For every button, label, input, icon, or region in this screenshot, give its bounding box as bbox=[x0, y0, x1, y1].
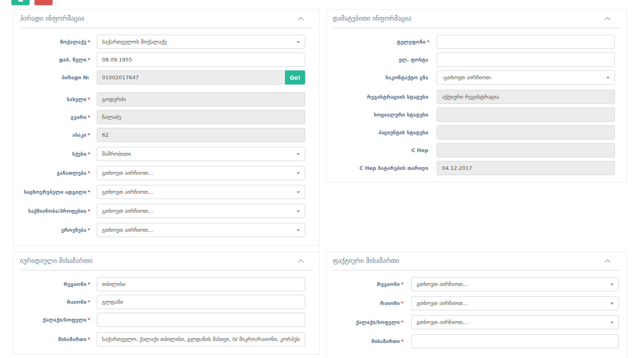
selected-value: გთხოვთ აირჩიოთ... bbox=[417, 281, 468, 287]
panel-body: რეგიონი* გთხოვთ აირჩიოთ... რაიონი* გთხოვ… bbox=[327, 271, 626, 348]
field-label: რეგიონი bbox=[377, 281, 400, 287]
address-input[interactable] bbox=[97, 332, 305, 346]
field-region: რეგიონი* bbox=[14, 277, 319, 291]
field-label: რაიონი bbox=[380, 300, 400, 306]
gender-select[interactable]: მამრობითი bbox=[97, 147, 305, 161]
field-phone: ტელეფონი* bbox=[327, 35, 626, 49]
patient-status-input bbox=[437, 125, 615, 140]
required-asterisk: * bbox=[87, 227, 90, 233]
city-village-input[interactable] bbox=[97, 313, 305, 327]
panel-header: დამატებითი ინფორმაცია bbox=[333, 10, 620, 28]
occupation-select[interactable]: გთხოვთ აირჩიოთ... bbox=[97, 204, 305, 218]
required-asterisk: * bbox=[87, 39, 90, 45]
selected-value: მამრობითი bbox=[102, 151, 131, 157]
personal-number-input bbox=[97, 70, 285, 85]
field-label: ეროვნება bbox=[61, 227, 86, 233]
education-select[interactable]: გთხოვთ აირჩიოთ... bbox=[97, 166, 305, 180]
contact-way-select[interactable]: -გთხოვთ აირჩიოთ- bbox=[437, 70, 615, 85]
required-asterisk: * bbox=[87, 114, 90, 120]
field-last-name: გვარი* bbox=[14, 110, 319, 124]
selected-value: გთხოვთ აირჩიოთ... bbox=[417, 300, 468, 306]
field-label: მისამართი bbox=[372, 338, 400, 344]
required-asterisk: * bbox=[401, 281, 404, 287]
field-label: საკონტაქტო გზა bbox=[385, 74, 428, 80]
field-city-village: ქალაქი/სოფელი* bbox=[14, 313, 319, 327]
field-address: მისამართი* bbox=[14, 332, 319, 346]
selected-value: -გთხოვთ აირჩიოთ- bbox=[442, 74, 492, 80]
collapse-panel-button[interactable] bbox=[295, 258, 306, 263]
panel-title: პირადი ინფორმაცია bbox=[20, 15, 84, 22]
field-residence: საცხოვრებელი ადგილი* გთხოვთ აირჩიოთ... bbox=[14, 185, 319, 199]
field-label: პირადი № bbox=[62, 74, 89, 80]
collapse-panel-button[interactable] bbox=[602, 258, 613, 263]
panel-header: ფაქტიური მისამართი bbox=[333, 252, 620, 271]
registration-status-input bbox=[437, 90, 615, 104]
chevron-up-icon bbox=[298, 259, 304, 263]
field-social-status: სოციალური სტატუსი bbox=[327, 108, 626, 122]
caret-down-icon bbox=[297, 41, 300, 43]
field-city-village: ქალაქი/სოფელი* გთხოვთ აირჩიოთ... bbox=[327, 315, 626, 329]
panel-body: მოქალაქე* საქართველოს მოქალაქე დაბ. წელი… bbox=[14, 28, 319, 237]
field-contact-way: საკონტაქტო გზა -გთხოვთ აირჩიოთ- bbox=[327, 70, 626, 85]
required-asterisk: * bbox=[87, 336, 90, 342]
panel-body: ტელეფონი* ელ. ფოსტა საკონტაქტო გზა -გთხო… bbox=[327, 28, 626, 175]
c-hep-input bbox=[437, 143, 615, 157]
selected-value: გთხოვთ აირჩიოთ... bbox=[102, 170, 153, 176]
panel-legal-address: იურიდიული მისამართი რეგიონი* რაიონი* ქალ… bbox=[13, 252, 320, 355]
region-input[interactable] bbox=[97, 277, 305, 291]
caret-down-icon bbox=[297, 153, 300, 155]
age-input bbox=[97, 128, 305, 142]
field-occupation: საქმიანობა/პროფესია* გთხოვთ აირჩიოთ... bbox=[14, 204, 319, 218]
field-patient-status: პაციენტის სტატუსი bbox=[327, 125, 626, 140]
field-label: სახელი bbox=[67, 96, 87, 102]
required-asterisk: * bbox=[87, 281, 90, 287]
field-label: სქესი bbox=[72, 151, 86, 157]
go-button[interactable]: Go! bbox=[285, 70, 305, 85]
field-label: რეგისტრაციის სტატუსი bbox=[367, 94, 428, 100]
panel-header: იურიდიული მისამართი bbox=[20, 252, 313, 271]
last-name-input bbox=[97, 110, 305, 124]
panel-title: დამატებითი ინფორმაცია bbox=[333, 15, 411, 22]
field-label: ელ. ფოსტა bbox=[399, 57, 428, 63]
chevron-up-icon bbox=[605, 17, 610, 20]
collapse-panel-button[interactable] bbox=[602, 16, 613, 21]
district-input[interactable] bbox=[97, 295, 305, 309]
birth-date-input[interactable] bbox=[97, 53, 305, 67]
field-district: რაიონი* გთხოვთ აირჩიოთ... bbox=[327, 296, 626, 310]
city-village-select[interactable]: გთხოვთ აირჩიოთ... bbox=[411, 315, 619, 329]
field-nationality: ეროვნება* გთხოვთ აირჩიოთ... bbox=[14, 223, 319, 237]
collapse-panel-button[interactable] bbox=[295, 16, 306, 21]
required-asterisk: * bbox=[427, 39, 429, 45]
delete-button[interactable] bbox=[34, 0, 53, 5]
field-personal-number: პირადი № Go! bbox=[14, 70, 319, 85]
field-address: მისამართი* bbox=[327, 334, 626, 348]
c-hep-date-input bbox=[437, 161, 615, 175]
field-label: სოციალური სტატუსი bbox=[374, 112, 428, 118]
chevron-up-icon bbox=[605, 259, 610, 263]
panel-header: პირადი ინფორმაცია bbox=[20, 10, 313, 28]
field-label: C Hep bbox=[412, 147, 428, 153]
required-asterisk: * bbox=[87, 96, 90, 102]
save-button[interactable] bbox=[11, 0, 30, 5]
address-input[interactable] bbox=[411, 334, 619, 348]
selected-value: გთხოვთ აირჩიოთ... bbox=[102, 208, 153, 214]
citizen-select[interactable]: საქართველოს მოქალაქე bbox=[97, 35, 305, 49]
residence-select[interactable]: გთხოვთ აირჩიოთ... bbox=[97, 185, 305, 199]
nationality-select[interactable]: გთხოვთ აირჩიოთ... bbox=[97, 223, 305, 237]
email-input[interactable] bbox=[437, 53, 615, 67]
field-email: ელ. ფოსტა bbox=[327, 53, 626, 67]
field-birth-date: დაბ. წელი* bbox=[14, 53, 319, 67]
phone-input[interactable] bbox=[437, 35, 615, 49]
caret-down-icon bbox=[610, 322, 614, 324]
district-select[interactable]: გთხოვთ აირჩიოთ... bbox=[411, 296, 619, 310]
selected-value: გთხოვთ აირჩიოთ... bbox=[417, 319, 468, 325]
caret-down-icon bbox=[297, 229, 300, 231]
field-label: მოქალაქე bbox=[60, 39, 86, 45]
selected-value: გთხოვთ აირჩიოთ... bbox=[102, 227, 153, 233]
field-label: დაბ. წელი bbox=[59, 57, 87, 63]
field-label: განათლება bbox=[57, 170, 86, 176]
field-first-name: სახელი* bbox=[14, 92, 319, 106]
field-label: ქალაქი/სოფელი bbox=[43, 317, 86, 323]
region-select[interactable]: გთხოვთ აირჩიოთ... bbox=[411, 277, 619, 291]
field-age: ასაკი* bbox=[14, 128, 319, 142]
